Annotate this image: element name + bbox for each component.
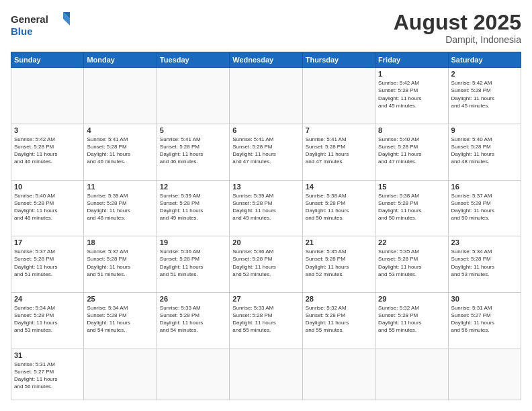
calendar-cell: 28Sunrise: 5:32 AM Sunset: 5:28 PM Dayli… xyxy=(302,292,375,349)
day-number: 24 xyxy=(14,295,81,303)
day-number: 21 xyxy=(306,238,372,246)
page: General Blue August 2025 Dampit, Indones… xyxy=(0,0,532,411)
calendar-cell xyxy=(84,349,157,400)
calendar-cell xyxy=(11,68,84,124)
calendar-week-row: 10Sunrise: 5:40 AM Sunset: 5:28 PM Dayli… xyxy=(11,180,521,236)
col-saturday: Saturday xyxy=(448,52,521,68)
col-wednesday: Wednesday xyxy=(230,52,302,68)
day-info: Sunrise: 5:42 AM Sunset: 5:28 PM Dayligh… xyxy=(14,136,81,166)
day-info: Sunrise: 5:40 AM Sunset: 5:28 PM Dayligh… xyxy=(378,136,445,166)
calendar-cell: 16Sunrise: 5:37 AM Sunset: 5:28 PM Dayli… xyxy=(448,180,521,236)
calendar-cell: 15Sunrise: 5:38 AM Sunset: 5:28 PM Dayli… xyxy=(375,180,448,236)
day-number: 10 xyxy=(14,183,81,191)
day-number: 13 xyxy=(232,183,299,191)
day-info: Sunrise: 5:41 AM Sunset: 5:28 PM Dayligh… xyxy=(306,136,372,166)
calendar-cell xyxy=(375,349,448,400)
day-number: 6 xyxy=(232,126,299,134)
day-info: Sunrise: 5:42 AM Sunset: 5:28 PM Dayligh… xyxy=(378,79,445,109)
day-number: 23 xyxy=(451,238,518,246)
calendar-cell: 7Sunrise: 5:41 AM Sunset: 5:28 PM Daylig… xyxy=(302,124,375,180)
calendar-cell xyxy=(302,68,375,124)
header: General Blue August 2025 Dampit, Indones… xyxy=(11,11,521,45)
day-number: 5 xyxy=(160,126,226,134)
day-info: Sunrise: 5:32 AM Sunset: 5:28 PM Dayligh… xyxy=(378,304,445,334)
day-number: 31 xyxy=(14,351,81,359)
col-tuesday: Tuesday xyxy=(157,52,229,68)
day-info: Sunrise: 5:39 AM Sunset: 5:28 PM Dayligh… xyxy=(160,192,226,222)
day-info: Sunrise: 5:38 AM Sunset: 5:28 PM Dayligh… xyxy=(378,192,445,222)
day-info: Sunrise: 5:34 AM Sunset: 5:28 PM Dayligh… xyxy=(87,304,153,334)
calendar-week-row: 24Sunrise: 5:34 AM Sunset: 5:28 PM Dayli… xyxy=(11,292,521,349)
calendar-cell: 8Sunrise: 5:40 AM Sunset: 5:28 PM Daylig… xyxy=(375,124,448,180)
calendar-table: Sunday Monday Tuesday Wednesday Thursday… xyxy=(11,52,521,400)
day-info: Sunrise: 5:39 AM Sunset: 5:28 PM Dayligh… xyxy=(87,192,153,222)
day-number: 2 xyxy=(451,70,518,78)
svg-text:Blue: Blue xyxy=(11,26,33,37)
calendar-cell xyxy=(157,68,229,124)
calendar-cell: 22Sunrise: 5:35 AM Sunset: 5:28 PM Dayli… xyxy=(375,236,448,293)
calendar-cell: 24Sunrise: 5:34 AM Sunset: 5:28 PM Dayli… xyxy=(11,292,84,349)
month-title: August 2025 xyxy=(394,11,521,34)
day-info: Sunrise: 5:36 AM Sunset: 5:28 PM Dayligh… xyxy=(160,248,226,278)
day-info: Sunrise: 5:35 AM Sunset: 5:28 PM Dayligh… xyxy=(306,248,372,278)
calendar-cell: 9Sunrise: 5:40 AM Sunset: 5:28 PM Daylig… xyxy=(448,124,521,180)
day-info: Sunrise: 5:34 AM Sunset: 5:28 PM Dayligh… xyxy=(451,248,518,278)
day-number: 4 xyxy=(87,126,153,134)
calendar-week-row: 1Sunrise: 5:42 AM Sunset: 5:28 PM Daylig… xyxy=(11,68,521,124)
calendar-cell: 21Sunrise: 5:35 AM Sunset: 5:28 PM Dayli… xyxy=(302,236,375,293)
day-number: 27 xyxy=(232,295,299,303)
day-number: 20 xyxy=(232,238,299,246)
logo: General Blue xyxy=(11,11,71,38)
calendar-cell: 25Sunrise: 5:34 AM Sunset: 5:28 PM Dayli… xyxy=(84,292,157,349)
day-number: 12 xyxy=(160,183,226,191)
calendar-cell: 23Sunrise: 5:34 AM Sunset: 5:28 PM Dayli… xyxy=(448,236,521,293)
day-number: 28 xyxy=(306,295,372,303)
day-info: Sunrise: 5:37 AM Sunset: 5:28 PM Dayligh… xyxy=(14,248,81,278)
day-info: Sunrise: 5:37 AM Sunset: 5:28 PM Dayligh… xyxy=(451,192,518,222)
day-info: Sunrise: 5:38 AM Sunset: 5:28 PM Dayligh… xyxy=(306,192,372,222)
calendar-cell xyxy=(448,349,521,400)
day-number: 7 xyxy=(306,126,372,134)
day-info: Sunrise: 5:39 AM Sunset: 5:28 PM Dayligh… xyxy=(232,192,299,222)
svg-text:General: General xyxy=(11,13,48,25)
calendar-week-row: 31Sunrise: 5:31 AM Sunset: 5:27 PM Dayli… xyxy=(11,349,521,400)
calendar-cell xyxy=(157,349,229,400)
calendar-week-row: 17Sunrise: 5:37 AM Sunset: 5:28 PM Dayli… xyxy=(11,236,521,293)
day-number: 11 xyxy=(87,183,153,191)
calendar-cell: 29Sunrise: 5:32 AM Sunset: 5:28 PM Dayli… xyxy=(375,292,448,349)
day-number: 18 xyxy=(87,238,153,246)
day-info: Sunrise: 5:32 AM Sunset: 5:28 PM Dayligh… xyxy=(306,304,372,334)
day-number: 25 xyxy=(87,295,153,303)
day-info: Sunrise: 5:37 AM Sunset: 5:28 PM Dayligh… xyxy=(87,248,153,278)
day-number: 19 xyxy=(160,238,226,246)
day-info: Sunrise: 5:34 AM Sunset: 5:28 PM Dayligh… xyxy=(14,304,81,334)
day-number: 9 xyxy=(451,126,518,134)
calendar-cell: 12Sunrise: 5:39 AM Sunset: 5:28 PM Dayli… xyxy=(157,180,229,236)
calendar-cell: 11Sunrise: 5:39 AM Sunset: 5:28 PM Dayli… xyxy=(84,180,157,236)
day-info: Sunrise: 5:42 AM Sunset: 5:28 PM Dayligh… xyxy=(451,79,518,109)
day-number: 30 xyxy=(451,295,518,303)
location: Dampit, Indonesia xyxy=(394,34,521,45)
day-number: 3 xyxy=(14,126,81,134)
col-monday: Monday xyxy=(84,52,157,68)
calendar-week-row: 3Sunrise: 5:42 AM Sunset: 5:28 PM Daylig… xyxy=(11,124,521,180)
col-friday: Friday xyxy=(375,52,448,68)
title-block: August 2025 Dampit, Indonesia xyxy=(394,11,521,45)
day-number: 17 xyxy=(14,238,81,246)
calendar-cell: 1Sunrise: 5:42 AM Sunset: 5:28 PM Daylig… xyxy=(375,68,448,124)
day-number: 16 xyxy=(451,183,518,191)
day-number: 14 xyxy=(306,183,372,191)
calendar-cell: 26Sunrise: 5:33 AM Sunset: 5:28 PM Dayli… xyxy=(157,292,229,349)
calendar-cell: 27Sunrise: 5:33 AM Sunset: 5:28 PM Dayli… xyxy=(230,292,302,349)
calendar-cell: 20Sunrise: 5:36 AM Sunset: 5:28 PM Dayli… xyxy=(230,236,302,293)
calendar-cell: 4Sunrise: 5:41 AM Sunset: 5:28 PM Daylig… xyxy=(84,124,157,180)
calendar-cell: 18Sunrise: 5:37 AM Sunset: 5:28 PM Dayli… xyxy=(84,236,157,293)
day-info: Sunrise: 5:31 AM Sunset: 5:27 PM Dayligh… xyxy=(451,304,518,334)
day-number: 22 xyxy=(378,238,445,246)
calendar-cell: 6Sunrise: 5:41 AM Sunset: 5:28 PM Daylig… xyxy=(230,124,302,180)
calendar-cell: 5Sunrise: 5:41 AM Sunset: 5:28 PM Daylig… xyxy=(157,124,229,180)
day-info: Sunrise: 5:33 AM Sunset: 5:28 PM Dayligh… xyxy=(160,304,226,334)
day-number: 8 xyxy=(378,126,445,134)
calendar-cell: 10Sunrise: 5:40 AM Sunset: 5:28 PM Dayli… xyxy=(11,180,84,236)
calendar-cell: 14Sunrise: 5:38 AM Sunset: 5:28 PM Dayli… xyxy=(302,180,375,236)
